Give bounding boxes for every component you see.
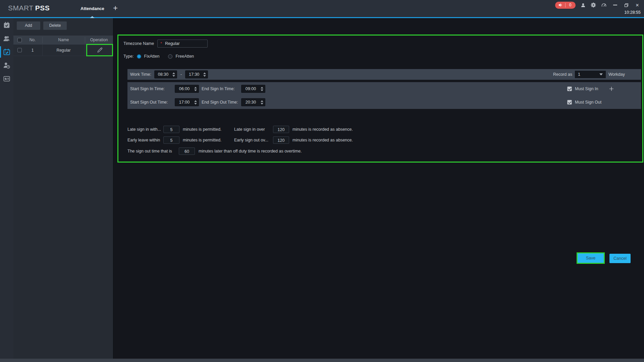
spinner-down-icon[interactable] [261, 89, 263, 91]
required-asterisk: * [160, 41, 162, 46]
sidebar-item-report[interactable] [0, 72, 13, 85]
freeatten-label[interactable]: FreeAtten [175, 54, 194, 59]
fixatten-radio[interactable] [137, 54, 141, 59]
spinner-arrows[interactable] [194, 100, 199, 105]
must-sign-out-group: Must Sign Out [567, 100, 621, 105]
tab-attendance[interactable]: Attendance [76, 0, 109, 17]
must-sign-in-checkbox[interactable] [567, 86, 572, 91]
work-time-dash: - [180, 72, 182, 77]
column-divider [85, 37, 85, 43]
header-name: Name [42, 36, 85, 45]
start-sign-out-spinner[interactable]: 17:00 [175, 98, 199, 106]
calendar-edit-icon [3, 48, 10, 56]
add-button[interactable]: Add [17, 21, 40, 30]
overtime-input[interactable]: 60 [179, 147, 195, 155]
timezone-name-input[interactable]: * Regular [157, 40, 208, 48]
early-absence-suffix: minutes is recorded as absence. [292, 136, 353, 144]
sidebar-item-person-clock[interactable] [0, 59, 13, 72]
late-absence-input[interactable]: 120 [273, 126, 289, 133]
early-absence-label: Early sign out ov... [234, 136, 268, 144]
spinner-up-icon[interactable] [261, 87, 263, 88]
record-as-label: Record as [553, 72, 572, 77]
timezone-name-row: Timezone Name * Regular [123, 39, 208, 48]
spinner-down-icon[interactable] [194, 103, 197, 105]
must-sign-out-label[interactable]: Must Sign Out [575, 100, 601, 105]
close-button[interactable]: ✕ [635, 3, 640, 8]
spinner-up-icon[interactable] [172, 72, 175, 74]
start-sign-in-value: 06:00 [175, 86, 194, 91]
spinner-down-icon[interactable] [194, 89, 197, 91]
speaker-icon [558, 3, 563, 7]
spinner-arrows[interactable] [172, 72, 177, 77]
overtime-rule-row: The sign out time that is 60 minutes lat… [127, 147, 530, 155]
late-permit-input[interactable]: 5 [163, 126, 179, 133]
tab-attendance-label: Attendance [80, 6, 104, 11]
spinner-up-icon[interactable] [261, 100, 263, 102]
spinner-up-icon[interactable] [194, 100, 197, 102]
must-sign-in-label[interactable]: Must Sign In [575, 86, 598, 91]
row-checkbox[interactable] [17, 48, 22, 52]
new-tab-button[interactable]: + [111, 3, 120, 13]
alarm-counter-button[interactable]: 0 [555, 2, 576, 9]
column-divider [42, 45, 43, 56]
end-sign-in-label: End Sign In Time: [202, 86, 241, 91]
titlebar: SMARTPSS Attendance + 0 [0, 0, 644, 18]
save-button[interactable]: Save [578, 253, 604, 263]
select-all-checkbox[interactable] [17, 38, 22, 42]
fixatten-label[interactable]: FixAtten [144, 54, 160, 59]
timezone-form-highlight-border: Timezone Name * Regular Type: FixAtten F… [117, 35, 643, 163]
work-end-spinner[interactable]: 17:30 [185, 70, 208, 78]
spinner-arrows[interactable] [260, 100, 265, 105]
edit-pencil-button[interactable] [96, 47, 103, 54]
spinner-down-icon[interactable] [172, 75, 175, 77]
freeatten-radio[interactable] [168, 54, 172, 59]
end-sign-in-value: 09:00 [241, 86, 260, 91]
end-sign-out-spinner[interactable]: 20:30 [241, 98, 265, 106]
early-permit-input[interactable]: 5 [163, 136, 179, 144]
overtime-label: The sign out time that is [127, 147, 172, 155]
spinner-down-icon[interactable] [203, 75, 206, 77]
end-sign-out-value: 20:30 [241, 100, 260, 105]
early-permit-suffix: minutes is permitted. [183, 136, 221, 144]
early-absence-input[interactable]: 120 [273, 136, 289, 144]
work-time-bar: Work Time: 08:30 - 17:30 Record as 1 Wor… [127, 69, 641, 80]
column-divider [42, 37, 43, 43]
report-chart-icon [3, 75, 10, 82]
spinner-up-icon[interactable] [194, 87, 197, 88]
minimize-button[interactable] [612, 5, 618, 5]
spinner-down-icon[interactable] [261, 103, 263, 105]
end-sign-in-spinner[interactable]: 09:00 [241, 85, 265, 93]
restore-button[interactable] [624, 3, 629, 7]
calendar-check-icon [3, 21, 10, 29]
record-as-dropdown[interactable]: 1 [575, 71, 606, 78]
alarm-pill-divider [565, 3, 566, 7]
spinner-arrows[interactable] [203, 72, 208, 77]
app-logo: SMARTPSS [8, 4, 50, 12]
type-label: Type: [123, 54, 134, 59]
edit-highlight-box [86, 44, 113, 56]
gear-icon[interactable] [591, 2, 596, 8]
table-row[interactable]: 1 Regular [13, 45, 113, 56]
sidebar-item-people[interactable] [0, 32, 13, 45]
overtime-suffix: minutes later than off duty time is reco… [199, 147, 302, 155]
start-sign-in-spinner[interactable]: 06:00 [175, 85, 199, 93]
early-permit-label: Early leave within [127, 136, 160, 144]
spinner-arrows[interactable] [194, 87, 199, 91]
start-sign-out-value: 17:00 [175, 100, 194, 105]
gauge-icon[interactable] [601, 2, 607, 8]
sidebar-item-calendar-check[interactable] [0, 18, 13, 32]
spinner-arrows[interactable] [260, 87, 265, 91]
sign-time-block: Start Sign In Time: 06:00 End Sign In Ti… [127, 82, 641, 109]
chevron-down-icon [599, 73, 603, 75]
user-icon[interactable] [581, 3, 586, 8]
sidebar-item-calendar-edit[interactable] [0, 45, 13, 59]
row-name: Regular [42, 45, 85, 56]
person-clock-icon [3, 62, 10, 69]
save-highlight-box: Save [577, 252, 605, 264]
delete-button[interactable]: Delete [43, 21, 67, 30]
spinner-up-icon[interactable] [203, 72, 206, 74]
work-start-spinner[interactable]: 08:30 [154, 70, 177, 78]
must-sign-out-checkbox[interactable] [567, 100, 572, 105]
add-period-button[interactable] [608, 86, 614, 92]
cancel-button[interactable]: Cancel [609, 254, 631, 263]
